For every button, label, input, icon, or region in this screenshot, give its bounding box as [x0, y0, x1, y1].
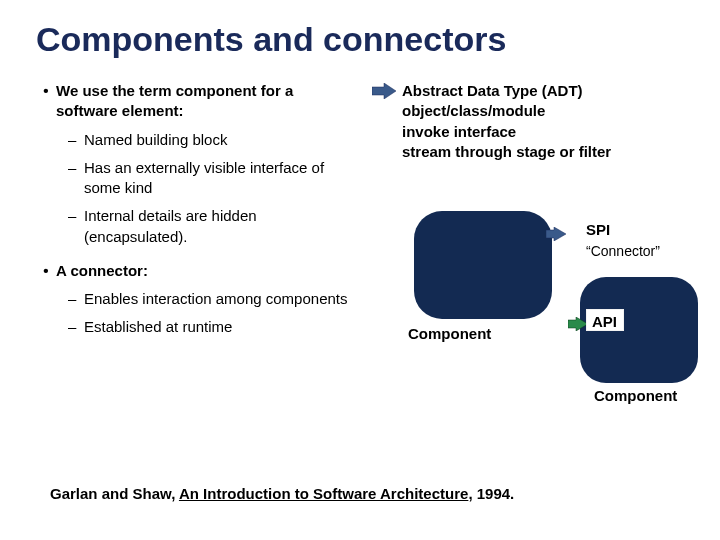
dash-icon: – [68, 317, 84, 337]
adt-line: Abstract Data Type (ADT) [402, 81, 684, 101]
bullet-dot-icon: • [36, 81, 56, 122]
bullet-lead: We use the term [56, 82, 176, 99]
component-label: Component [594, 387, 677, 404]
spi-label: SPI [586, 221, 610, 238]
bullet-text: We use the term component for a software… [56, 81, 356, 122]
sub-bullet: – Internal details are hidden (encapsula… [68, 206, 356, 247]
dash-icon: – [68, 130, 84, 150]
dash-icon: – [68, 206, 84, 247]
adt-lines: Abstract Data Type (ADT) object/class/mo… [402, 81, 684, 162]
svg-marker-0 [372, 83, 396, 99]
arrow-right-icon [372, 81, 396, 162]
component-shape [414, 211, 552, 319]
citation-authors: Garlan and Shaw, [50, 485, 179, 502]
svg-marker-1 [546, 227, 566, 241]
svg-marker-2 [568, 317, 588, 331]
sub-bullet-text: Has an externally visible interface of s… [84, 158, 356, 199]
bullet-text: A connector: [56, 261, 356, 281]
right-diagram: Abstract Data Type (ADT) object/class/mo… [368, 81, 684, 441]
content-columns: • We use the term component for a softwa… [36, 81, 684, 441]
sub-bullet: – Named building block [68, 130, 356, 150]
adt-block: Abstract Data Type (ADT) object/class/mo… [372, 81, 684, 162]
api-label: API [592, 313, 617, 330]
component-label: Component [406, 325, 493, 342]
sub-bullet-text: Enables interaction among components [84, 289, 356, 309]
sub-bullet: – Enables interaction among components [68, 289, 356, 309]
adt-line: invoke interface [402, 122, 684, 142]
adt-line: stream through stage or filter [402, 142, 684, 162]
citation-title: An Introduction to Software Architecture [179, 485, 468, 502]
dash-icon: – [68, 289, 84, 309]
citation: Garlan and Shaw, An Introduction to Soft… [50, 485, 514, 502]
sub-bullet-text: Established at runtime [84, 317, 356, 337]
bullet-strong: component [176, 82, 257, 99]
citation-year: , 1994. [468, 485, 514, 502]
sub-bullet-text: Internal details are hidden (encapsulate… [84, 206, 356, 247]
sub-bullet: – Has an externally visible interface of… [68, 158, 356, 199]
bullet-connector: • A connector: [36, 261, 356, 281]
left-bullets: • We use the term component for a softwa… [36, 81, 356, 441]
dash-icon: – [68, 158, 84, 199]
sub-bullet-text: Named building block [84, 130, 356, 150]
arrow-right-icon [546, 227, 566, 245]
slide-title: Components and connectors [36, 20, 684, 59]
connector-label: “Connector” [586, 243, 660, 259]
sub-bullet: – Established at runtime [68, 317, 356, 337]
bullet-component: • We use the term component for a softwa… [36, 81, 356, 122]
arrow-right-icon [568, 317, 588, 335]
bullet-dot-icon: • [36, 261, 56, 281]
adt-line: object/class/module [402, 101, 684, 121]
